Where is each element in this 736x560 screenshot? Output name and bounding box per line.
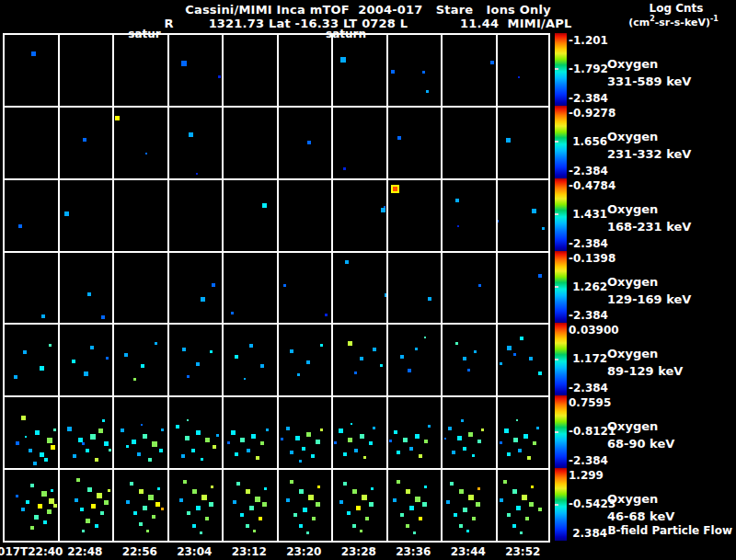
data-point xyxy=(75,498,78,502)
data-point xyxy=(211,486,213,488)
data-point xyxy=(126,445,129,448)
data-point xyxy=(201,297,205,302)
data-point xyxy=(21,416,26,420)
colorbar-mid-label: 1.431 xyxy=(569,208,607,221)
data-point xyxy=(34,515,39,520)
data-point xyxy=(513,438,518,442)
data-point xyxy=(522,495,527,500)
data-point xyxy=(281,438,283,440)
data-point xyxy=(343,167,346,170)
data-point xyxy=(457,436,462,440)
data-point xyxy=(312,517,316,520)
data-point xyxy=(523,434,528,439)
data-point xyxy=(38,504,42,509)
data-point xyxy=(419,454,422,458)
data-point xyxy=(161,508,164,510)
data-point xyxy=(212,283,215,287)
data-point xyxy=(339,429,343,433)
data-point xyxy=(500,498,503,502)
data-point xyxy=(351,423,352,425)
data-point xyxy=(299,524,303,528)
grid-vline xyxy=(277,33,279,541)
data-point xyxy=(381,208,385,212)
data-point xyxy=(155,502,160,507)
data-point xyxy=(213,445,216,449)
data-point xyxy=(527,456,531,460)
data-point xyxy=(246,489,250,494)
data-point xyxy=(397,480,400,484)
data-point xyxy=(53,429,56,431)
data-point xyxy=(189,132,193,137)
data-point xyxy=(205,517,209,520)
species-energy-label: Oxygen 46-68 keV xyxy=(607,490,674,525)
data-point xyxy=(137,452,141,456)
data-point xyxy=(290,349,293,353)
data-point xyxy=(536,427,539,429)
data-point xyxy=(240,438,245,442)
data-point xyxy=(360,434,364,439)
data-point xyxy=(415,434,420,439)
data-point xyxy=(474,350,477,353)
data-point xyxy=(14,375,17,379)
data-point xyxy=(316,440,320,444)
data-point xyxy=(100,511,104,515)
data-point xyxy=(218,75,221,78)
data-point xyxy=(507,452,511,456)
data-point xyxy=(343,452,347,456)
data-point xyxy=(18,224,22,228)
grid-hline xyxy=(3,323,550,325)
data-point xyxy=(477,440,481,443)
data-point xyxy=(192,524,196,528)
data-point xyxy=(98,429,103,433)
data-point xyxy=(30,526,34,530)
data-point xyxy=(317,486,320,488)
data-point xyxy=(84,371,88,376)
data-point xyxy=(102,419,105,422)
data-point xyxy=(64,211,69,216)
data-point xyxy=(513,353,516,356)
grid-hline xyxy=(3,395,550,397)
data-point xyxy=(373,348,376,351)
data-point xyxy=(233,500,236,504)
data-point xyxy=(299,460,302,463)
data-point xyxy=(307,141,311,144)
data-point xyxy=(477,487,480,490)
data-point xyxy=(130,482,133,486)
data-point xyxy=(348,438,352,442)
data-point xyxy=(529,502,534,507)
data-point xyxy=(72,360,75,363)
colorbar-bottom-label: -2.384 xyxy=(569,165,608,177)
data-point xyxy=(109,449,111,451)
data-point xyxy=(286,427,290,430)
data-point xyxy=(191,449,195,452)
data-point xyxy=(415,348,418,350)
species-energy-label: Oxygen 68-90 keV xyxy=(607,417,674,452)
data-point xyxy=(253,530,256,532)
data-point xyxy=(533,441,536,445)
data-point xyxy=(86,519,90,523)
colorbar-mid-label: -1.792 xyxy=(569,63,608,75)
data-point xyxy=(490,61,494,64)
data-point xyxy=(455,199,459,202)
data-point xyxy=(44,458,48,462)
data-point xyxy=(251,434,256,439)
data-point xyxy=(406,524,409,528)
data-point xyxy=(260,441,264,445)
grid-hline xyxy=(3,33,550,35)
data-point xyxy=(409,506,414,510)
data-point xyxy=(87,292,91,296)
data-point xyxy=(468,432,473,437)
data-point xyxy=(192,489,197,494)
data-point xyxy=(325,314,328,316)
data-point xyxy=(295,436,300,440)
data-point xyxy=(76,478,80,482)
data-point xyxy=(311,454,315,458)
data-point xyxy=(506,138,511,143)
data-point xyxy=(352,489,357,494)
colorbar-bottom-label: -2.384 xyxy=(569,92,608,105)
data-point xyxy=(538,274,542,278)
colorbar-mid-label: 1.656 xyxy=(569,135,607,148)
data-point xyxy=(299,489,304,494)
colorbar-mid-tick xyxy=(555,286,558,288)
data-point xyxy=(466,530,469,532)
